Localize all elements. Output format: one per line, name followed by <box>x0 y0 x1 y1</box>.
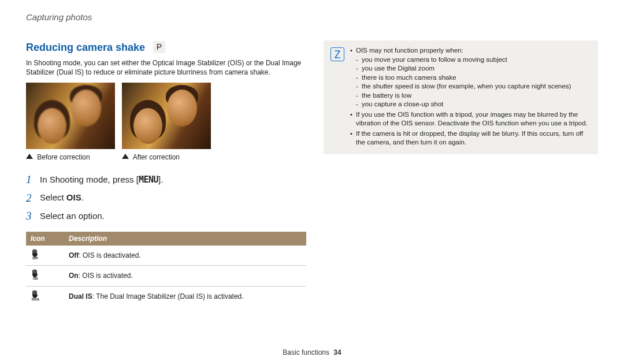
table-row: OIS On: OIS is activated. <box>26 266 306 286</box>
footer: Basic functions 34 <box>0 348 624 357</box>
title-row: Reducing camera shake P <box>26 40 306 54</box>
row-icon: OFF <box>26 246 64 266</box>
step-text-suffix: . <box>81 192 84 202</box>
hand-off-icon: OFF <box>31 249 42 259</box>
note-bullet-1: OIS may not function properly when: you … <box>350 46 591 109</box>
photo-captions: Before correction After correction <box>26 153 306 162</box>
step-number: 1 <box>26 172 40 187</box>
note-body: OIS may not function properly when: you … <box>350 46 591 148</box>
caption-before: Before correction <box>26 153 115 162</box>
hand-dual-icon: DUAL <box>31 290 42 300</box>
step-text: In Shooting mode, press [ <box>40 174 139 184</box>
footer-page: 34 <box>333 348 341 356</box>
step-3: 3 Select an option. <box>26 209 306 224</box>
caption-after: After correction <box>122 153 211 162</box>
example-photos <box>26 83 306 149</box>
page-title: Reducing camera shake <box>26 42 145 53</box>
photo-after <box>122 83 211 149</box>
header-icon: Icon <box>26 232 64 246</box>
steps-list: 1 In Shooting mode, press [MENU]. 2 Sele… <box>26 172 306 224</box>
table-row: DUAL Dual IS: The Dual Image Stabilizer … <box>26 286 306 306</box>
note-subitem: the battery is low <box>356 91 591 101</box>
step-2: 2 Select OIS. <box>26 191 306 206</box>
row-desc: On: OIS is activated. <box>64 266 306 286</box>
note-bullet-3: If the camera is hit or dropped, the dis… <box>350 129 591 147</box>
column-right: OIS may not function properly when: you … <box>324 40 598 306</box>
note-icon <box>330 47 344 61</box>
svg-text:OIS: OIS <box>33 277 38 280</box>
triangle-icon <box>26 154 33 159</box>
options-table: Icon Description OFF Off: OIS is deactiv… <box>26 232 306 306</box>
step-bold: OIS <box>66 192 81 202</box>
caption-before-text: Before correction <box>37 153 90 161</box>
step-number: 3 <box>26 209 40 224</box>
triangle-icon <box>122 154 129 159</box>
svg-text:OFF: OFF <box>32 257 38 259</box>
caption-after-text: After correction <box>133 153 180 161</box>
section-header: Capturing photos <box>26 12 598 23</box>
hand-ois-icon: OIS <box>31 269 42 280</box>
row-desc: Off: OIS is deactivated. <box>64 246 306 266</box>
step-text-suffix: ]. <box>158 174 163 184</box>
note-bullet-2: If you use the OIS function with a tripo… <box>350 110 591 128</box>
column-left: Reducing camera shake P In Shooting mode… <box>26 40 306 306</box>
step-text: Select an option. <box>40 210 105 222</box>
step-text: Select <box>40 192 66 202</box>
table-header-row: Icon Description <box>26 232 306 246</box>
mode-badge: P <box>153 41 165 53</box>
row-icon: OIS <box>26 266 64 286</box>
table-row: OFF Off: OIS is deactivated. <box>26 246 306 266</box>
row-icon: DUAL <box>26 286 64 306</box>
intro-text: In Shooting mode, you can set either the… <box>26 58 306 77</box>
row-desc: Dual IS: The Dual Image Stabilizer (Dual… <box>64 286 306 306</box>
content-columns: Reducing camera shake P In Shooting mode… <box>26 40 598 306</box>
note-subitem: you use the Digital zoom <box>356 64 591 73</box>
footer-label: Basic functions <box>283 348 329 356</box>
menu-button-label: MENU <box>139 174 158 185</box>
header-desc: Description <box>64 232 306 246</box>
step-1: 1 In Shooting mode, press [MENU]. <box>26 172 306 187</box>
note-subitem: there is too much camera shake <box>356 73 591 83</box>
note-subitem: you move your camera to follow a moving … <box>356 55 591 65</box>
svg-text:DUAL: DUAL <box>32 298 40 300</box>
step-number: 2 <box>26 191 40 206</box>
note-subitem: you capture a close-up shot <box>356 100 591 109</box>
photo-before <box>26 83 115 149</box>
note-subitem: the shutter speed is slow (for example, … <box>356 82 591 91</box>
note-box: OIS may not function properly when: you … <box>324 40 598 154</box>
